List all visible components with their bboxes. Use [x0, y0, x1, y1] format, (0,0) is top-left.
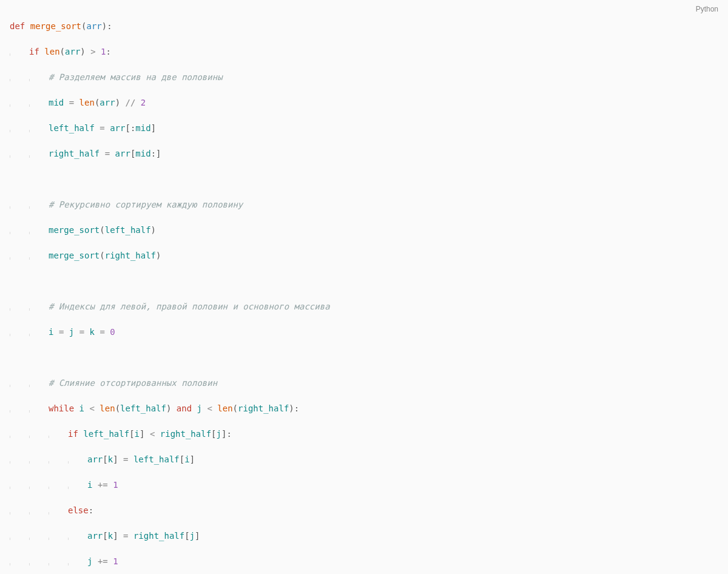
code-line: i = j = k = 0: [10, 326, 718, 339]
code-block[interactable]: def merge_sort(arr): if len(arr) > 1: # …: [10, 7, 718, 574]
code-line: i += 1: [10, 479, 718, 491]
var: arr: [65, 47, 80, 56]
comment: # Рекурсивно сортируем каждую половину: [49, 200, 243, 209]
code-line: merge_sort(left_half): [10, 224, 718, 237]
code-line: [10, 173, 718, 186]
code-line: if len(arr) > 1:: [10, 46, 718, 58]
code-line: left_half = arr[:mid]: [10, 122, 718, 135]
code-line: if left_half[i] < right_half[j]:: [10, 428, 718, 441]
code-line: # Рекурсивно сортируем каждую половину: [10, 198, 718, 211]
keyword-if: if: [29, 47, 39, 56]
code-line: # Разделяем массив на две половины: [10, 71, 718, 84]
function-name: merge_sort: [30, 21, 81, 31]
code-line: j += 1: [10, 555, 718, 568]
keyword-def: def: [10, 21, 25, 31]
comment: # Слияние отсортированных половин: [49, 378, 217, 388]
code-line: while i < len(left_half) and j < len(rig…: [10, 402, 718, 415]
code-line: merge_sort(right_half): [10, 249, 718, 262]
param: arr: [86, 21, 101, 31]
code-line: [10, 275, 718, 288]
code-line: right_half = arr[mid:]: [10, 147, 718, 160]
code-line: # Индексы для левой, правой половин и ос…: [10, 300, 718, 313]
code-line: arr[k] = right_half[j]: [10, 530, 718, 542]
comment: # Разделяем массив на две половины: [49, 72, 223, 82]
code-line: # Слияние отсортированных половин: [10, 377, 718, 390]
code-line: def merge_sort(arr):: [10, 20, 718, 33]
code-line: [10, 351, 718, 364]
code-line: else:: [10, 504, 718, 517]
builtin-len: len: [44, 47, 59, 56]
code-line: mid = len(arr) // 2: [10, 96, 718, 109]
language-label: Python: [696, 4, 718, 15]
code-line: arr[k] = left_half[i]: [10, 453, 718, 466]
comment: # Индексы для левой, правой половин и ос…: [49, 302, 330, 311]
